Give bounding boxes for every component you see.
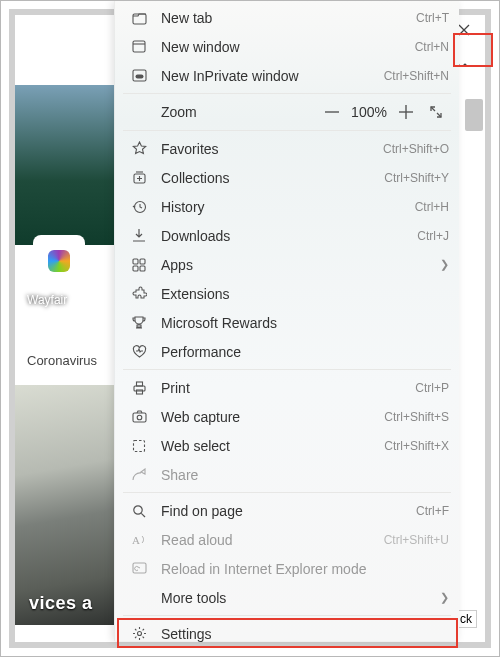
menu-shortcut: Ctrl+N <box>415 40 449 54</box>
svg-point-27 <box>137 632 141 636</box>
menu-label: Find on page <box>161 503 408 519</box>
menu-item-help[interactable]: Help and feedback ❯ <box>115 648 459 657</box>
menu-shortcut: Ctrl+F <box>416 504 449 518</box>
menu-item-favorites[interactable]: Favorites Ctrl+Shift+O <box>115 134 459 163</box>
news-headline-fragment: vices a <box>29 593 93 614</box>
zoom-value: 100% <box>347 104 391 120</box>
menu-label: More tools <box>161 590 434 606</box>
menu-label: Apps <box>161 257 434 273</box>
fullscreen-button[interactable] <box>421 98 451 126</box>
close-icon <box>458 24 470 36</box>
quicklink-label: Wayfair <box>27 293 67 307</box>
menu-item-extensions[interactable]: Extensions <box>115 279 459 308</box>
menu-shortcut: Ctrl+H <box>415 200 449 214</box>
wayfair-icon <box>48 250 70 272</box>
menu-shortcut: Ctrl+J <box>417 229 449 243</box>
menu-item-collections[interactable]: Collections Ctrl+Shift+Y <box>115 163 459 192</box>
svg-point-21 <box>137 415 142 420</box>
menu-shortcut: Ctrl+Shift+X <box>384 439 449 453</box>
svg-rect-18 <box>136 382 142 386</box>
menu-item-reload-ie: Reload in Internet Explorer mode <box>115 554 459 583</box>
svg-rect-22 <box>134 440 145 451</box>
print-icon <box>129 381 149 395</box>
settings-menu: New tab Ctrl+T New window Ctrl+N New InP… <box>114 1 459 641</box>
menu-separator <box>123 130 451 131</box>
history-icon <box>129 199 149 214</box>
menu-label: Web capture <box>161 409 376 425</box>
menu-shortcut: Ctrl+Shift+Y <box>384 171 449 185</box>
menu-label: Web select <box>161 438 376 454</box>
menu-label: Reload in Internet Explorer mode <box>161 561 449 577</box>
menu-label: History <box>161 199 407 215</box>
chevron-right-icon: ❯ <box>440 591 449 604</box>
camera-icon <box>129 410 149 423</box>
news-image <box>15 385 125 625</box>
svg-point-23 <box>134 505 142 513</box>
menu-item-new-window[interactable]: New window Ctrl+N <box>115 32 459 61</box>
minus-icon <box>325 111 339 113</box>
svg-rect-13 <box>133 259 138 264</box>
news-topic-chip[interactable]: Coronavirus <box>27 353 97 368</box>
menu-separator <box>123 615 451 616</box>
menu-label: Share <box>161 467 449 483</box>
inprivate-icon <box>129 69 149 82</box>
quicklink-tile[interactable] <box>33 235 85 287</box>
chevron-right-icon: ❯ <box>440 258 449 271</box>
hero-image <box>15 85 125 245</box>
star-icon <box>129 141 149 156</box>
menu-shortcut: Ctrl+P <box>415 381 449 395</box>
svg-line-24 <box>141 513 145 517</box>
svg-rect-20 <box>133 413 146 422</box>
read-aloud-icon: A <box>129 533 149 546</box>
menu-shortcut: Ctrl+T <box>416 11 449 25</box>
menu-item-more-tools[interactable]: More tools ❯ <box>115 583 459 612</box>
plus-icon <box>399 105 413 119</box>
web-select-icon <box>129 439 149 453</box>
svg-rect-4 <box>133 41 145 52</box>
menu-shortcut: Ctrl+Shift+O <box>383 142 449 156</box>
apps-icon <box>129 258 149 272</box>
menu-item-new-tab[interactable]: New tab Ctrl+T <box>115 3 459 32</box>
menu-item-rewards[interactable]: Microsoft Rewards <box>115 308 459 337</box>
menu-item-new-inprivate[interactable]: New InPrivate window Ctrl+Shift+N <box>115 61 459 90</box>
search-icon <box>129 504 149 518</box>
share-icon <box>129 468 149 482</box>
menu-item-find[interactable]: Find on page Ctrl+F <box>115 496 459 525</box>
menu-item-share: Share <box>115 460 459 489</box>
menu-label: Print <box>161 380 407 396</box>
zoom-out-button[interactable] <box>317 98 347 126</box>
menu-label: New window <box>161 39 407 55</box>
menu-label: Collections <box>161 170 376 186</box>
menu-label: Settings <box>161 626 449 642</box>
ie-mode-icon <box>129 562 149 575</box>
zoom-label: Zoom <box>161 104 317 120</box>
menu-item-read-aloud: A Read aloud Ctrl+Shift+U <box>115 525 459 554</box>
menu-item-downloads[interactable]: Downloads Ctrl+J <box>115 221 459 250</box>
heartbeat-icon <box>129 345 149 359</box>
trophy-icon <box>129 315 149 330</box>
menu-item-apps[interactable]: Apps ❯ <box>115 250 459 279</box>
gear-icon <box>129 626 149 641</box>
menu-item-settings[interactable]: Settings <box>115 619 459 648</box>
svg-point-2 <box>463 63 466 66</box>
extensions-icon <box>129 286 149 301</box>
svg-rect-16 <box>140 266 145 271</box>
menu-label: Microsoft Rewards <box>161 315 449 331</box>
menu-item-web-capture[interactable]: Web capture Ctrl+Shift+S <box>115 402 459 431</box>
menu-label: Extensions <box>161 286 449 302</box>
menu-separator <box>123 492 451 493</box>
download-icon <box>129 228 149 243</box>
scrollbar-thumb[interactable] <box>465 99 483 131</box>
menu-item-performance[interactable]: Performance <box>115 337 459 366</box>
menu-zoom-row: Zoom 100% <box>115 97 459 127</box>
menu-label: New InPrivate window <box>161 68 376 84</box>
svg-rect-14 <box>140 259 145 264</box>
menu-item-print[interactable]: Print Ctrl+P <box>115 373 459 402</box>
menu-label: Read aloud <box>161 532 376 548</box>
menu-item-history[interactable]: History Ctrl+H <box>115 192 459 221</box>
menu-shortcut: Ctrl+Shift+N <box>384 69 449 83</box>
zoom-in-button[interactable] <box>391 98 421 126</box>
new-window-icon <box>129 40 149 53</box>
menu-item-web-select[interactable]: Web select Ctrl+Shift+X <box>115 431 459 460</box>
menu-label: Downloads <box>161 228 409 244</box>
